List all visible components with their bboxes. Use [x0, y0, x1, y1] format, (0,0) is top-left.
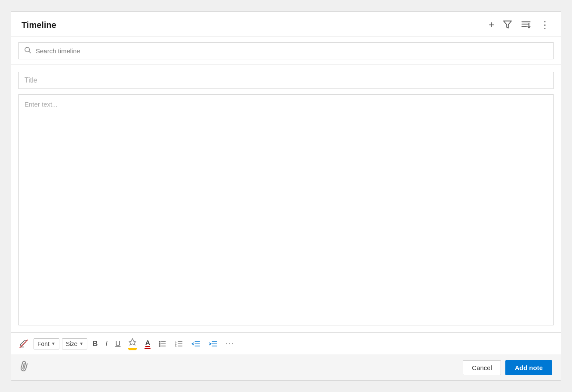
bold-label: B	[92, 340, 98, 348]
content-area	[11, 65, 561, 332]
font-dropdown[interactable]: Font ▼	[34, 338, 59, 349]
underline-label: U	[115, 340, 120, 348]
more-formatting-button[interactable]: ···	[223, 337, 237, 350]
size-label: Size	[66, 340, 77, 347]
sort-icon[interactable]	[521, 19, 531, 31]
panel-header: Timeline + ⋮	[11, 12, 561, 37]
panel-title: Timeline	[22, 20, 56, 30]
clear-formatting-button[interactable]	[16, 337, 31, 350]
more-formatting-label: ···	[225, 339, 234, 348]
size-dropdown-arrow: ▼	[79, 341, 83, 346]
more-options-icon[interactable]: ⋮	[540, 20, 550, 30]
timeline-panel: Timeline + ⋮	[11, 11, 561, 381]
add-icon[interactable]: +	[489, 20, 494, 30]
search-wrapper	[18, 42, 554, 59]
font-color-button[interactable]: A	[142, 337, 153, 351]
svg-line-6	[29, 51, 31, 53]
title-input[interactable]	[18, 72, 554, 89]
cancel-button[interactable]: Cancel	[463, 360, 501, 375]
svg-text:3.: 3.	[175, 344, 177, 347]
search-bar	[11, 37, 561, 65]
bullet-list-button[interactable]	[156, 338, 169, 350]
filter-icon[interactable]	[503, 20, 512, 31]
bottom-actions: Cancel Add note	[463, 360, 552, 375]
font-color-icon: A	[145, 339, 150, 347]
formatting-toolbar: Font ▼ Size ▼ B I U	[11, 332, 561, 355]
bold-button[interactable]: B	[90, 338, 100, 350]
text-area[interactable]	[18, 94, 554, 325]
font-dropdown-arrow: ▼	[51, 341, 55, 346]
svg-marker-0	[504, 21, 511, 28]
numbered-list-button[interactable]: 1. 2. 3.	[172, 338, 186, 350]
svg-point-12	[159, 341, 160, 342]
indent-button[interactable]	[206, 338, 220, 350]
svg-point-14	[159, 345, 160, 346]
highlight-icon	[128, 338, 137, 349]
font-label: Font	[37, 340, 49, 347]
italic-label: I	[105, 340, 108, 348]
attachment-icon[interactable]	[17, 359, 33, 377]
outdent-button[interactable]	[188, 338, 203, 350]
underline-button[interactable]: U	[113, 338, 123, 350]
size-dropdown[interactable]: Size ▼	[62, 338, 87, 349]
highlight-button[interactable]	[126, 336, 139, 351]
add-note-button[interactable]: Add note	[505, 360, 552, 375]
search-icon	[24, 46, 31, 55]
header-actions: + ⋮	[489, 19, 550, 31]
search-input[interactable]	[36, 47, 548, 55]
svg-point-13	[159, 343, 160, 344]
italic-button[interactable]: I	[103, 338, 110, 350]
bottom-bar: Cancel Add note	[11, 355, 561, 380]
